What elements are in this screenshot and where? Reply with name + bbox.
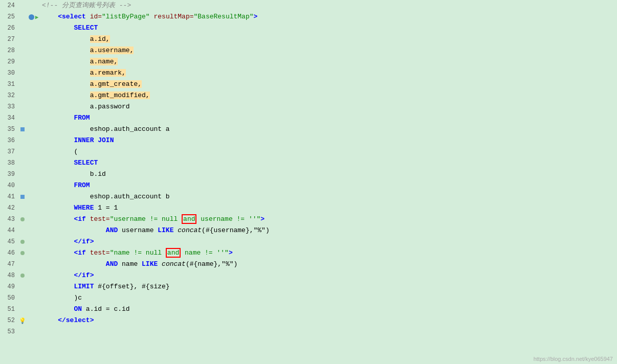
line-number: 46 [0, 249, 18, 257]
code-content: FROM [40, 112, 617, 124]
code-text: eshop.auth_account a [90, 125, 170, 133]
code-line: 51 ON a.id = c.id [0, 304, 617, 315]
code-content: a.name, [40, 56, 617, 67]
indent [42, 24, 74, 32]
indent [42, 271, 74, 279]
line-number: 47 [0, 261, 18, 268]
sql-keyword: LIKE [158, 226, 173, 234]
line-number: 44 [0, 227, 18, 234]
line-gutter [18, 240, 27, 244]
line-number: 37 [0, 148, 18, 155]
code-line: 27 a.id, [0, 34, 617, 45]
xml-tag: > [229, 249, 233, 257]
indent [42, 249, 74, 257]
xml-value: "name != null [110, 249, 166, 257]
xml-value: "BaseResultMap" [194, 13, 254, 20]
code-content: SELECT [40, 22, 617, 34]
xml-value: name != ''" [181, 249, 229, 257]
code-content: <if test="name != null and name != ''"> [40, 247, 617, 259]
indent [42, 47, 90, 54]
gutter-dot-icon [20, 251, 25, 255]
indent [42, 103, 90, 110]
gutter-square-icon [20, 195, 25, 199]
code-line: 41 eshop.auth_account b [0, 191, 617, 202]
sql-keyword: SELECT [74, 159, 98, 167]
line-number: 45 [0, 238, 18, 245]
line-icon-area: ▶ [27, 14, 40, 20]
xml-tag: <if [74, 249, 85, 257]
line-number: 53 [0, 328, 18, 335]
code-content: AND name LIKE concat(#{name},"%") [40, 259, 617, 270]
indent [42, 58, 90, 65]
code-content: b.id [40, 169, 617, 180]
xml-tag: </if> [74, 238, 94, 245]
line-number: 32 [0, 92, 18, 99]
watermark: https://blog.csdn.net/kye065947 [534, 356, 613, 362]
sql-keyword: SELECT [74, 24, 98, 32]
xml-attr: test= [86, 215, 110, 223]
code-line: 35 eshop.auth_account a [0, 124, 617, 135]
code-line: 42 WHERE 1 = 1 [0, 202, 617, 214]
code-content: ( [40, 146, 617, 157]
line-number: 28 [0, 47, 18, 54]
code-text: )c [74, 294, 82, 302]
code-line: 40 FROM [0, 180, 617, 191]
code-line: 26 SELECT [0, 22, 617, 34]
play-icon[interactable]: ▶ [35, 14, 39, 20]
line-number: 51 [0, 306, 18, 313]
code-content: <select id="listByPage" resultMap="BaseR… [40, 11, 617, 22]
line-gutter [18, 274, 27, 278]
code-content: <if test="username != null and username … [40, 214, 617, 225]
run-icon[interactable] [29, 14, 34, 20]
code-line: 37 ( [0, 146, 617, 157]
code-text: eshop.auth_account b [90, 193, 170, 200]
indent [42, 13, 58, 20]
line-number: 25 [0, 13, 18, 20]
xml-tag: </select> [58, 316, 94, 324]
line-number: 24 [0, 2, 18, 9]
code-content: AND username LIKE concat(#{username},"%"… [40, 225, 617, 236]
indent [42, 226, 106, 234]
line-number: 33 [0, 103, 18, 110]
highlighted-field: a.remark, [90, 69, 126, 77]
indent [42, 114, 74, 122]
indent [42, 148, 74, 155]
code-content: </select> [40, 315, 617, 326]
code-text: ( [74, 148, 78, 155]
line-number: 27 [0, 36, 18, 43]
line-number: 34 [0, 115, 18, 122]
indent [42, 35, 90, 43]
code-line: 24<!-- 分页查询账号列表 --> [0, 0, 617, 11]
code-content: a.username, [40, 45, 617, 56]
line-number: 39 [0, 171, 18, 178]
code-content: a.remark, [40, 67, 617, 79]
line-number: 48 [0, 272, 18, 279]
line-number: 50 [0, 294, 18, 302]
code-content: </if> [40, 270, 617, 281]
sql-italic: concat [162, 260, 186, 268]
line-number: 41 [0, 193, 18, 200]
code-text: (#{username},"%") [202, 226, 270, 234]
code-content: ON a.id = c.id [40, 304, 617, 315]
line-number: 26 [0, 25, 18, 32]
code-line: 45 </if> [0, 236, 617, 247]
line-gutter [18, 195, 27, 199]
highlighted-field: a.name, [90, 58, 118, 65]
indent [42, 238, 74, 245]
line-number: 36 [0, 137, 18, 144]
highlighted-field: a.gmt_modified, [90, 92, 150, 99]
code-line: 52💡 </select> [0, 315, 617, 326]
indent [42, 69, 90, 77]
xml-comment: <!-- 分页查询账号列表 --> [42, 2, 131, 9]
code-line: 39 b.id [0, 169, 617, 180]
code-content: eshop.auth_account b [40, 191, 617, 202]
code-text: 1 = 1 [94, 204, 118, 212]
code-content: SELECT [40, 157, 617, 169]
xml-attr: resultMap= [150, 13, 194, 20]
code-line: 50 )c [0, 292, 617, 304]
code-line: 28 a.username, [0, 45, 617, 56]
indent [42, 170, 90, 178]
sql-keyword: LIMIT [74, 283, 94, 290]
code-line: 31 a.gmt_create, [0, 79, 617, 90]
code-content: eshop.auth_account a [40, 124, 617, 135]
